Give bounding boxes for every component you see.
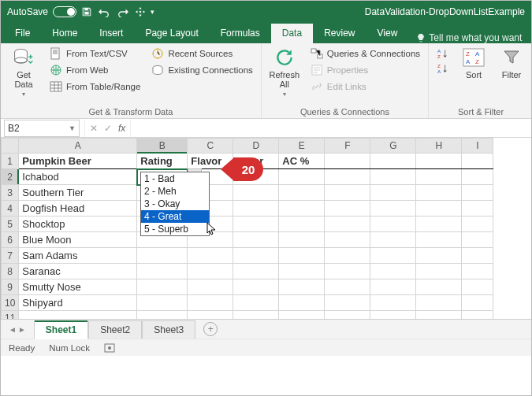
cell[interactable] <box>137 248 188 264</box>
cell[interactable]: Pumpkin Beer <box>19 154 137 169</box>
tab-formulas[interactable]: Formulas <box>210 24 271 43</box>
cell[interactable] <box>19 311 137 320</box>
undo-icon[interactable] <box>97 6 111 17</box>
name-box[interactable]: B2 ▼ <box>4 120 80 137</box>
list-item[interactable]: 3 - Okay <box>141 198 209 210</box>
cell[interactable] <box>370 185 416 201</box>
row-header-1[interactable]: 1 <box>2 154 19 169</box>
col-header-F[interactable]: F <box>325 139 370 154</box>
sheet-tab-2[interactable]: Sheet2 <box>88 320 142 339</box>
filter-button[interactable]: Filter <box>497 46 526 80</box>
tab-insert[interactable]: Insert <box>88 24 134 43</box>
cell[interactable] <box>370 279 416 295</box>
cell[interactable] <box>279 185 325 201</box>
cell[interactable] <box>462 232 493 248</box>
cell[interactable] <box>188 264 233 279</box>
cell[interactable] <box>137 279 188 295</box>
cell[interactable] <box>416 217 462 232</box>
cell[interactable] <box>188 279 233 295</box>
cell[interactable] <box>416 311 462 320</box>
cell[interactable] <box>416 295 462 311</box>
row-header-6[interactable]: 6 <box>2 232 19 248</box>
get-data-button[interactable]: Get Data ▾ <box>7 46 40 98</box>
tab-file[interactable]: File <box>4 24 41 43</box>
from-text-csv-button[interactable]: From Text/CSV <box>48 46 142 61</box>
cell[interactable] <box>233 295 279 311</box>
tab-home[interactable]: Home <box>41 24 88 43</box>
cell[interactable] <box>188 311 233 320</box>
cell[interactable] <box>325 185 370 201</box>
col-header-B[interactable]: B <box>137 139 188 154</box>
spreadsheet-grid[interactable]: A B C D E F G H I 1 Pumpkin Beer Rating … <box>1 138 531 319</box>
row-header-5[interactable]: 5 <box>2 217 19 232</box>
autosave-toggle[interactable] <box>53 6 76 17</box>
cell[interactable] <box>137 295 188 311</box>
cell[interactable] <box>462 295 493 311</box>
cell[interactable] <box>416 154 462 169</box>
save-icon[interactable] <box>81 6 92 17</box>
cell[interactable] <box>233 201 279 217</box>
col-header-I[interactable]: I <box>462 139 493 154</box>
cell[interactable]: Saranac <box>19 264 137 279</box>
cell[interactable] <box>137 311 188 320</box>
cell[interactable] <box>416 169 462 185</box>
cell[interactable] <box>233 232 279 248</box>
row-header-4[interactable]: 4 <box>2 201 19 217</box>
cell[interactable] <box>233 279 279 295</box>
cell[interactable] <box>325 264 370 279</box>
row-header-8[interactable]: 8 <box>2 264 19 279</box>
cell[interactable] <box>279 264 325 279</box>
formula-input[interactable] <box>131 120 531 137</box>
cell[interactable] <box>233 217 279 232</box>
list-item-selected[interactable]: 4 - Great <box>141 210 209 223</box>
cell[interactable] <box>325 248 370 264</box>
cell[interactable]: Blue Moon <box>19 232 137 248</box>
cell[interactable]: AC % <box>279 154 325 169</box>
sort-desc-button[interactable]: ZA <box>435 61 451 76</box>
col-header-C[interactable]: C <box>188 139 233 154</box>
cell[interactable] <box>279 279 325 295</box>
from-table-button[interactable]: From Table/Range <box>48 80 142 94</box>
sort-asc-button[interactable]: AZ <box>435 46 451 61</box>
row-header-11[interactable]: 11 <box>2 311 19 320</box>
row-header-3[interactable]: 3 <box>2 185 19 201</box>
cell[interactable]: Sam Adams <box>19 248 137 264</box>
row-header-10[interactable]: 10 <box>2 295 19 311</box>
col-header-G[interactable]: G <box>370 139 416 154</box>
cell[interactable] <box>416 264 462 279</box>
cell[interactable] <box>188 248 233 264</box>
row-header-2[interactable]: 2 <box>2 169 19 185</box>
cell[interactable]: Dogfish Head <box>19 201 137 217</box>
cell[interactable] <box>462 201 493 217</box>
cell[interactable] <box>416 201 462 217</box>
cell[interactable] <box>279 311 325 320</box>
touch-mode-icon[interactable] <box>135 6 146 17</box>
col-header-A[interactable]: A <box>19 139 137 154</box>
cell[interactable] <box>233 185 279 201</box>
cell[interactable] <box>462 311 493 320</box>
cell[interactable] <box>462 279 493 295</box>
cell[interactable] <box>370 232 416 248</box>
chevron-down-icon[interactable]: ▼ <box>69 124 76 132</box>
cell[interactable] <box>325 279 370 295</box>
tab-data[interactable]: Data <box>271 24 313 43</box>
list-item[interactable]: 5 - Superb <box>141 223 209 235</box>
tab-view[interactable]: View <box>366 24 409 43</box>
cell[interactable] <box>462 185 493 201</box>
sheet-nav[interactable]: ◄► <box>9 325 34 334</box>
cell[interactable] <box>279 201 325 217</box>
sort-button[interactable]: ZAAZ Sort <box>459 46 489 80</box>
cell[interactable] <box>325 154 370 169</box>
cell[interactable] <box>325 201 370 217</box>
existing-connections-button[interactable]: Existing Connections <box>150 63 254 77</box>
sheet-tab-1[interactable]: Sheet1 <box>34 320 88 339</box>
cell[interactable] <box>279 248 325 264</box>
cell[interactable] <box>416 185 462 201</box>
cell[interactable] <box>233 311 279 320</box>
fx-icon[interactable]: fx <box>118 123 125 134</box>
cell[interactable] <box>325 169 370 185</box>
refresh-all-button[interactable]: Refresh All ▾ <box>268 46 301 98</box>
cell[interactable] <box>370 248 416 264</box>
tell-me-search[interactable]: Tell me what you want <box>416 32 522 43</box>
cell[interactable] <box>370 295 416 311</box>
